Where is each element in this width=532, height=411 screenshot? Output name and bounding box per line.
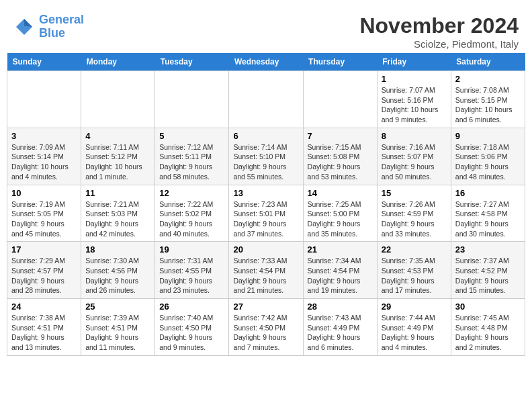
day-number: 26 [159,302,224,312]
day-info: Sunrise: 7:08 AM Sunset: 5:15 PM Dayligh… [455,85,521,125]
calendar-cell: 14Sunrise: 7:25 AM Sunset: 5:00 PM Dayli… [303,185,377,242]
week-row-3: 10Sunrise: 7:19 AM Sunset: 5:05 PM Dayli… [7,185,525,242]
day-number: 15 [382,188,447,198]
day-info: Sunrise: 7:23 AM Sunset: 5:01 PM Dayligh… [233,199,298,239]
day-number: 13 [233,188,298,198]
day-info: Sunrise: 7:07 AM Sunset: 5:16 PM Dayligh… [382,85,447,125]
calendar-cell: 5Sunrise: 7:12 AM Sunset: 5:11 PM Daylig… [155,128,229,185]
day-info: Sunrise: 7:45 AM Sunset: 4:48 PM Dayligh… [455,313,521,353]
calendar-cell: 16Sunrise: 7:27 AM Sunset: 4:58 PM Dayli… [451,185,525,242]
day-info: Sunrise: 7:18 AM Sunset: 5:06 PM Dayligh… [455,142,521,182]
calendar-cell [81,71,155,128]
day-number: 27 [233,302,298,312]
calendar-cell: 11Sunrise: 7:21 AM Sunset: 5:03 PM Dayli… [81,185,155,242]
day-number: 1 [382,74,447,84]
day-number: 30 [455,302,521,312]
day-info: Sunrise: 7:37 AM Sunset: 4:52 PM Dayligh… [455,256,521,295]
col-header-friday: Friday [377,53,451,71]
day-info: Sunrise: 7:26 AM Sunset: 4:59 PM Dayligh… [382,199,447,239]
week-row-4: 17Sunrise: 7:29 AM Sunset: 4:57 PM Dayli… [7,242,525,299]
calendar-cell: 9Sunrise: 7:18 AM Sunset: 5:06 PM Daylig… [451,128,525,185]
day-info: Sunrise: 7:42 AM Sunset: 4:50 PM Dayligh… [233,313,298,353]
col-header-monday: Monday [81,53,155,71]
col-header-thursday: Thursday [303,53,377,71]
svg-marker-1 [24,19,32,27]
calendar-cell: 13Sunrise: 7:23 AM Sunset: 5:01 PM Dayli… [229,185,303,242]
day-number: 3 [11,131,77,141]
day-number: 16 [455,188,521,198]
day-number: 6 [233,131,298,141]
logo-line1: General [39,13,84,26]
calendar-cell: 1Sunrise: 7:07 AM Sunset: 5:16 PM Daylig… [377,71,451,128]
logo: General Blue [13,13,84,40]
day-info: Sunrise: 7:33 AM Sunset: 4:54 PM Dayligh… [233,256,298,295]
calendar-cell: 18Sunrise: 7:30 AM Sunset: 4:56 PM Dayli… [81,242,155,299]
calendar-cell: 15Sunrise: 7:26 AM Sunset: 4:59 PM Dayli… [377,185,451,242]
calendar-cell: 20Sunrise: 7:33 AM Sunset: 4:54 PM Dayli… [229,242,303,299]
calendar-cell [229,71,303,128]
day-info: Sunrise: 7:19 AM Sunset: 5:05 PM Dayligh… [11,199,77,239]
calendar-cell [303,71,377,128]
day-number: 9 [455,131,521,141]
calendar-cell: 30Sunrise: 7:45 AM Sunset: 4:48 PM Dayli… [451,299,525,356]
week-row-5: 24Sunrise: 7:38 AM Sunset: 4:51 PM Dayli… [7,299,525,356]
week-row-2: 3Sunrise: 7:09 AM Sunset: 5:14 PM Daylig… [7,128,525,185]
day-info: Sunrise: 7:25 AM Sunset: 5:00 PM Dayligh… [308,199,373,239]
day-info: Sunrise: 7:34 AM Sunset: 4:54 PM Dayligh… [308,256,373,295]
calendar-cell: 8Sunrise: 7:16 AM Sunset: 5:07 PM Daylig… [377,128,451,185]
day-number: 10 [11,188,77,198]
calendar-cell: 7Sunrise: 7:15 AM Sunset: 5:08 PM Daylig… [303,128,377,185]
week-row-1: 1Sunrise: 7:07 AM Sunset: 5:16 PM Daylig… [7,71,525,128]
calendar-cell: 22Sunrise: 7:35 AM Sunset: 4:53 PM Dayli… [377,242,451,299]
calendar-cell [7,71,81,128]
day-number: 18 [85,244,150,255]
day-number: 5 [159,131,224,141]
calendar-cell: 12Sunrise: 7:22 AM Sunset: 5:02 PM Dayli… [155,185,229,242]
logo-icon [13,16,35,38]
day-number: 21 [308,244,373,255]
calendar-table: SundayMondayTuesdayWednesdayThursdayFrid… [7,53,525,356]
logo-line2: Blue [39,26,65,40]
day-number: 22 [382,244,447,255]
day-info: Sunrise: 7:14 AM Sunset: 5:10 PM Dayligh… [233,142,298,182]
calendar-cell: 21Sunrise: 7:34 AM Sunset: 4:54 PM Dayli… [303,242,377,299]
day-info: Sunrise: 7:40 AM Sunset: 4:50 PM Dayligh… [159,313,224,353]
col-header-saturday: Saturday [451,53,525,71]
calendar-cell: 29Sunrise: 7:44 AM Sunset: 4:49 PM Dayli… [377,299,451,356]
day-number: 25 [85,302,150,312]
day-number: 2 [455,74,521,84]
day-number: 11 [85,188,150,198]
day-number: 12 [159,188,224,198]
calendar-cell: 6Sunrise: 7:14 AM Sunset: 5:10 PM Daylig… [229,128,303,185]
day-info: Sunrise: 7:27 AM Sunset: 4:58 PM Dayligh… [455,199,521,239]
col-header-tuesday: Tuesday [155,53,229,71]
day-info: Sunrise: 7:39 AM Sunset: 4:51 PM Dayligh… [85,313,150,353]
calendar-cell: 23Sunrise: 7:37 AM Sunset: 4:52 PM Dayli… [451,242,525,299]
day-number: 17 [11,244,77,255]
calendar-cell [155,71,229,128]
day-info: Sunrise: 7:31 AM Sunset: 4:55 PM Dayligh… [159,256,224,295]
day-info: Sunrise: 7:29 AM Sunset: 4:57 PM Dayligh… [11,256,77,295]
logo-text: General Blue [39,13,84,40]
day-info: Sunrise: 7:11 AM Sunset: 5:12 PM Dayligh… [85,142,150,182]
calendar-cell: 17Sunrise: 7:29 AM Sunset: 4:57 PM Dayli… [7,242,81,299]
day-number: 7 [308,131,373,141]
day-number: 8 [382,131,447,141]
day-number: 23 [455,244,521,255]
calendar-cell: 25Sunrise: 7:39 AM Sunset: 4:51 PM Dayli… [81,299,155,356]
day-number: 24 [11,302,77,312]
calendar-cell: 4Sunrise: 7:11 AM Sunset: 5:12 PM Daylig… [81,128,155,185]
page-header: General Blue November 2024 Sciolze, Pied… [7,7,525,53]
month-title: November 2024 [359,13,519,38]
day-number: 28 [308,302,373,312]
day-info: Sunrise: 7:43 AM Sunset: 4:49 PM Dayligh… [308,313,373,353]
day-number: 19 [159,244,224,255]
day-info: Sunrise: 7:16 AM Sunset: 5:07 PM Dayligh… [382,142,447,182]
calendar-cell: 2Sunrise: 7:08 AM Sunset: 5:15 PM Daylig… [451,71,525,128]
calendar-header-row: SundayMondayTuesdayWednesdayThursdayFrid… [7,53,525,71]
day-info: Sunrise: 7:30 AM Sunset: 4:56 PM Dayligh… [85,256,150,295]
calendar-cell: 3Sunrise: 7:09 AM Sunset: 5:14 PM Daylig… [7,128,81,185]
calendar-cell: 26Sunrise: 7:40 AM Sunset: 4:50 PM Dayli… [155,299,229,356]
calendar-cell: 27Sunrise: 7:42 AM Sunset: 4:50 PM Dayli… [229,299,303,356]
col-header-sunday: Sunday [7,53,81,71]
